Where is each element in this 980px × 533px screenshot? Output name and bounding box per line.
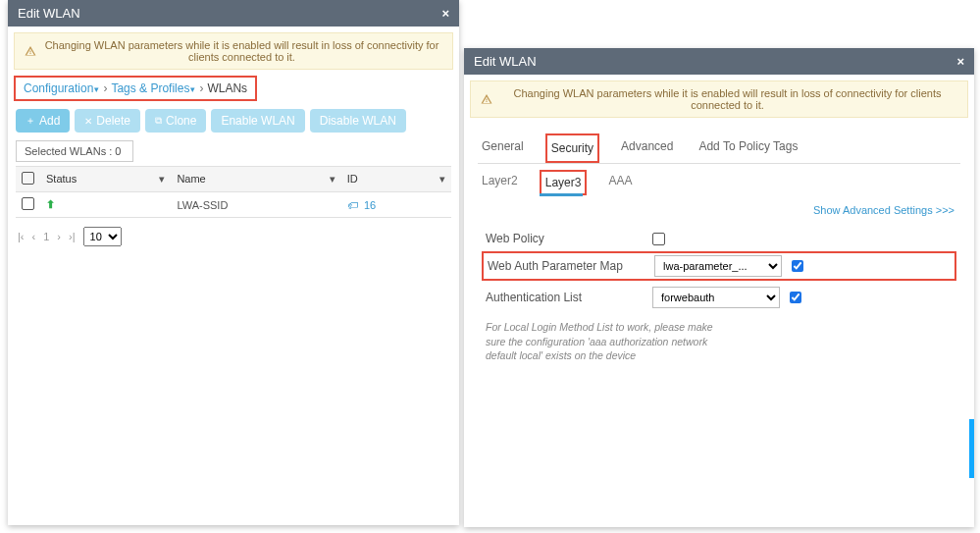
panel-header: Edit WLAN × bbox=[8, 0, 459, 27]
delete-label: Delete bbox=[96, 114, 130, 128]
page-size-select[interactable]: 10 bbox=[83, 227, 122, 246]
enable-label: Enable WLAN bbox=[221, 114, 294, 128]
clone-label: Clone bbox=[166, 114, 196, 128]
tab-security[interactable]: Security bbox=[545, 133, 599, 163]
row-id: 🏷 16 bbox=[341, 192, 451, 218]
tag-icon: 🏷 bbox=[347, 199, 358, 211]
header-checkbox[interactable] bbox=[16, 167, 40, 192]
wlans-table: Status ▾ Name ▾ ID ▾ ⬆ LWA-SSID 🏷 16 bbox=[16, 166, 451, 218]
web-auth-map-external-checkbox[interactable] bbox=[792, 260, 803, 272]
warning-banner: Changing WLAN parameters while it is ena… bbox=[470, 80, 968, 118]
clone-button[interactable]: ⧉Clone bbox=[145, 109, 206, 133]
tab-advanced[interactable]: Advanced bbox=[617, 133, 677, 163]
subtab-aaa[interactable]: AAA bbox=[604, 170, 636, 196]
warning-icon bbox=[481, 93, 492, 105]
web-auth-param-map-row: Web Auth Parameter Map lwa-parameter_... bbox=[482, 251, 956, 281]
helper-text: For Local Login Method List to work, ple… bbox=[482, 314, 727, 369]
table-row[interactable]: ⬆ LWA-SSID 🏷 16 bbox=[16, 192, 451, 218]
enable-wlan-button[interactable]: Enable WLAN bbox=[211, 109, 304, 133]
plus-icon: ＋ bbox=[26, 114, 35, 128]
toolbar: ＋Add ✕Delete ⧉Clone Enable WLAN Disable … bbox=[8, 109, 459, 140]
close-icon[interactable]: × bbox=[956, 54, 964, 69]
subtab-layer3[interactable]: Layer3 bbox=[540, 170, 588, 195]
header-id-label: ID bbox=[347, 173, 358, 185]
chevron-right-icon: › bbox=[103, 81, 107, 95]
web-auth-map-select[interactable]: lwa-parameter_... bbox=[654, 255, 782, 277]
show-advanced-link[interactable]: Show Advanced Settings >>> bbox=[478, 200, 960, 220]
breadcrumb-tags-profiles[interactable]: Tags & Profiles bbox=[111, 81, 195, 95]
x-icon: ✕ bbox=[84, 116, 92, 127]
warning-banner: Changing WLAN parameters while it is ena… bbox=[14, 32, 453, 70]
breadcrumb-wlans: WLANs bbox=[207, 81, 247, 95]
edit-wlan-panel-left: Edit WLAN × Changing WLAN parameters whi… bbox=[8, 0, 459, 525]
filter-icon[interactable]: ▾ bbox=[159, 173, 165, 186]
panel-title: Edit WLAN bbox=[474, 54, 537, 69]
delete-button[interactable]: ✕Delete bbox=[75, 109, 140, 133]
pager-next[interactable]: › bbox=[57, 231, 61, 242]
active-underline bbox=[540, 193, 583, 196]
auth-list-row: Authentication List forwebauth bbox=[482, 281, 956, 314]
warning-text: Changing WLAN parameters while it is ena… bbox=[497, 87, 957, 111]
auth-list-label: Authentication List bbox=[486, 291, 643, 304]
add-button[interactable]: ＋Add bbox=[16, 109, 70, 133]
web-policy-row: Web Policy bbox=[482, 226, 956, 251]
security-subtabs: Layer2 Layer3 AAA bbox=[478, 164, 960, 200]
edit-wlan-panel-right: Edit WLAN × Changing WLAN parameters whi… bbox=[464, 48, 974, 527]
row-status: ⬆ bbox=[40, 192, 171, 218]
pager-prev[interactable]: ‹ bbox=[32, 231, 36, 242]
selected-wlans-count: Selected WLANs : 0 bbox=[16, 140, 133, 162]
header-id[interactable]: ID ▾ bbox=[341, 167, 451, 192]
status-up-icon: ⬆ bbox=[46, 198, 55, 210]
filter-icon[interactable]: ▾ bbox=[330, 173, 335, 186]
tab-general[interactable]: General bbox=[478, 133, 528, 163]
auth-list-select[interactable]: forwebauth bbox=[652, 287, 780, 308]
auth-list-external-checkbox[interactable] bbox=[790, 292, 801, 303]
scroll-accent bbox=[969, 419, 974, 478]
pager-last[interactable]: ›| bbox=[69, 231, 76, 242]
header-status-label: Status bbox=[46, 173, 77, 185]
warning-text: Changing WLAN parameters while it is ena… bbox=[41, 39, 442, 63]
pager: |‹ ‹ 1 › ›| 10 bbox=[8, 222, 459, 251]
tab-policy-tags[interactable]: Add To Policy Tags bbox=[695, 133, 801, 163]
breadcrumb-configuration[interactable]: Configuration bbox=[24, 81, 99, 95]
header-status[interactable]: Status ▾ bbox=[40, 167, 171, 192]
breadcrumb: Configuration › Tags & Profiles › WLANs bbox=[14, 76, 257, 101]
row-id-value: 16 bbox=[364, 199, 376, 211]
add-label: Add bbox=[39, 114, 60, 128]
close-icon[interactable]: × bbox=[441, 6, 449, 21]
subtab-layer2[interactable]: Layer2 bbox=[478, 170, 522, 196]
row-name: LWA-SSID bbox=[171, 192, 340, 218]
web-policy-label: Web Policy bbox=[486, 232, 643, 245]
pager-first[interactable]: |‹ bbox=[18, 231, 25, 242]
chevron-right-icon: › bbox=[199, 81, 203, 95]
header-name-label: Name bbox=[177, 173, 205, 185]
header-name[interactable]: Name ▾ bbox=[171, 167, 340, 192]
panel-header: Edit WLAN × bbox=[464, 48, 974, 75]
panel-title: Edit WLAN bbox=[18, 6, 80, 21]
filter-icon[interactable]: ▾ bbox=[439, 173, 445, 186]
clone-icon: ⧉ bbox=[155, 115, 162, 127]
disable-label: Disable WLAN bbox=[320, 114, 396, 128]
warning-icon bbox=[25, 45, 36, 57]
disable-wlan-button[interactable]: Disable WLAN bbox=[310, 109, 406, 133]
layer3-form: Web Policy Web Auth Parameter Map lwa-pa… bbox=[478, 220, 960, 375]
pager-current: 1 bbox=[43, 231, 49, 242]
main-tabs: General Security Advanced Add To Policy … bbox=[478, 130, 960, 164]
web-auth-map-label: Web Auth Parameter Map bbox=[488, 259, 645, 273]
web-policy-checkbox[interactable] bbox=[652, 233, 665, 245]
row-checkbox[interactable] bbox=[16, 192, 40, 218]
